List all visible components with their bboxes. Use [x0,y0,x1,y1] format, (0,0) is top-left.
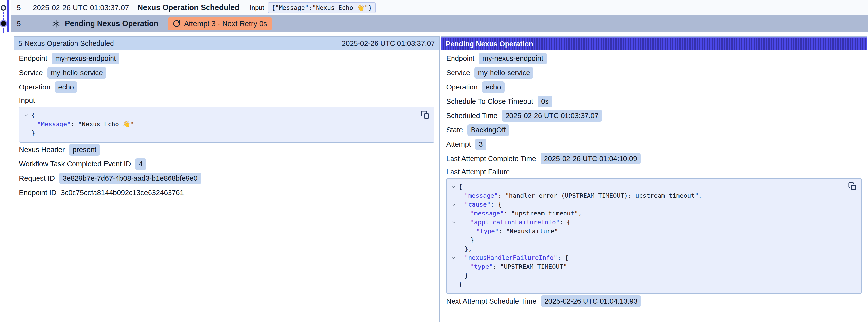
json-code-text: "type": "UPSTREAM_TIMEOUT" [459,262,567,271]
field-row: Endpointmy-nexus-endpoint [19,51,434,66]
scheduled-panel-title: 5 Nexus Operation Scheduled [19,39,114,47]
field-label: Workflow Task Completed Event ID [19,160,131,168]
json-collapse-caret-icon[interactable] [449,254,459,262]
json-collapse-caret-icon[interactable] [449,218,459,227]
field-value-chip: my-hello-service [48,67,106,79]
timeline-dashed-connector [3,28,4,33]
event-timestamp: 2025-02-26 UTC 01:03:37.07 [33,3,129,12]
pending-event-title: Pending Nexus Operation [65,19,158,28]
field-value-chip: echo [55,82,77,93]
field-label: Service [446,69,470,77]
field-value-chip: 3e829b7e-7d67-4b08-aad3-b1e868bfe9e0 [59,172,201,184]
field-label: Endpoint [19,55,48,63]
field-label: Attempt [446,140,471,149]
json-code-text: }, [459,245,472,254]
event-detail-panels: 5 Nexus Operation Scheduled 2025-02-26 U… [13,36,867,322]
retry-icon [173,20,181,28]
json-gutter [449,191,459,200]
field-label: Schedule To Close Timeout [446,97,533,105]
field-label: Operation [19,83,50,91]
json-code-line: "Message": "Nexus Echo 👋" [22,120,419,129]
json-collapse-caret-icon[interactable] [449,200,459,209]
json-code-line: "message": "upstream timeout", [449,209,846,218]
field-label: Last Attempt Complete Time [446,155,536,163]
json-gutter [449,236,459,245]
field-label: Operation [446,83,478,91]
json-code-line: } [449,236,846,245]
field-row: Endpoint ID3c0c75ccfa8144b092c13ce632463… [19,185,434,200]
failure-block-label: Last Attempt Failure [446,166,862,178]
timeline-dashed-connector [3,11,4,21]
pending-panel-header: Pending Nexus Operation [441,37,867,50]
field-label: Endpoint ID [19,189,57,197]
field-value-link[interactable]: 3c0c75ccfa8144b092c13ce632463761 [61,189,184,197]
field-value-chip: echo [482,82,504,93]
field-label: Next Attempt Schedule Time [446,297,537,305]
event-id-link[interactable]: 5 [17,20,21,28]
event-row-nexus-operation-scheduled[interactable]: 5 2025-02-26 UTC 01:03:37.07 Nexus Opera… [11,0,868,15]
scheduled-panel-timestamp: 2025-02-26 UTC 01:03:37.07 [342,39,435,47]
field-row: Last Attempt Complete Time2025-02-26 UTC… [446,151,862,166]
json-gutter [449,262,459,271]
json-gutter [22,120,31,129]
json-code-line: { [449,183,846,191]
field-value-chip: my-nexus-endpoint [479,53,547,64]
field-row: StateBackingOff [446,123,862,137]
pending-panel-body: Endpointmy-nexus-endpointServicemy-hello… [441,50,867,313]
input-json-viewer: {"Message": "Nexus Echo 👋"} [19,106,434,142]
event-id-link[interactable]: 5 [17,3,21,12]
field-value-chip: my-hello-service [474,67,533,79]
field-row: Next Attempt Schedule Time2025-02-26 UTC… [446,294,862,308]
json-code-text: "message": "upstream timeout", [459,209,582,218]
json-code-text: "applicationFailureInfo": { [459,218,571,227]
field-label: Request ID [19,174,55,183]
field-value-chip: BackingOff [467,124,509,136]
field-row: Attempt3 [446,137,862,151]
field-value-chip: my-nexus-endpoint [52,53,120,64]
copy-icon[interactable] [421,110,430,120]
event-row-pending-nexus-operation[interactable]: 5 Pending Nexus Operation Attempt 3 · Ne… [11,15,868,32]
json-code-line: }, [449,245,846,254]
field-list: Endpointmy-nexus-endpointServicemy-hello… [446,51,862,166]
scheduled-event-panel: 5 Nexus Operation Scheduled 2025-02-26 U… [13,36,440,322]
field-value-chip: 4 [135,158,146,170]
timeline-active-line [7,0,9,32]
field-label: Service [19,69,43,77]
field-list: Nexus HeaderpresentWorkflow Task Complet… [19,142,434,200]
json-code-line: "type": "UPSTREAM_TIMEOUT" [449,262,846,271]
field-row: Workflow Task Completed Event ID4 [19,157,434,171]
field-label: Scheduled Time [446,112,498,120]
json-code-text: } [459,280,462,289]
json-code-line: "applicationFailureInfo": { [449,218,846,227]
json-gutter [449,280,459,289]
field-value-chip: 2025-02-26 UTC 01:03:37.07 [502,110,602,122]
field-label: Endpoint [446,55,475,63]
attempt-retry-text: Attempt 3 · Next Retry 0s [184,20,267,28]
spacer [0,32,868,36]
field-list: Endpointmy-nexus-endpointServicemy-hello… [19,51,434,94]
field-value-chip: 0s [538,96,552,107]
field-row: Endpointmy-nexus-endpoint [446,51,862,66]
field-row: Operationecho [446,80,862,94]
field-row: Servicemy-hello-service [446,66,862,80]
json-code-line: "type": "NexusFailure" [449,227,846,236]
input-block-label: Input [19,94,434,106]
scheduled-panel-header: 5 Nexus Operation Scheduled 2025-02-26 U… [14,37,439,50]
field-list: Next Attempt Schedule Time2025-02-26 UTC… [446,294,862,308]
json-gutter [449,227,459,236]
event-title: Nexus Operation Scheduled [137,3,239,12]
field-row: Servicemy-hello-service [19,66,434,80]
json-code-text: } [459,236,474,245]
copy-icon[interactable] [848,182,857,191]
json-gutter [449,245,459,254]
json-code-text: { [459,183,462,191]
json-code-line: "cause": { [449,200,846,209]
pending-panel-title: Pending Nexus Operation [446,40,533,48]
json-code-line: } [449,271,846,280]
json-collapse-caret-icon[interactable] [22,111,31,120]
timeline-event-dot-selected [1,21,6,26]
json-collapse-caret-icon[interactable] [449,183,459,191]
json-code-text: "Message": "Nexus Echo 👋" [31,120,134,129]
pending-operation-panel: Pending Nexus Operation Endpointmy-nexus… [441,36,867,322]
scheduled-panel-body: Endpointmy-nexus-endpointServicemy-hello… [14,50,439,205]
